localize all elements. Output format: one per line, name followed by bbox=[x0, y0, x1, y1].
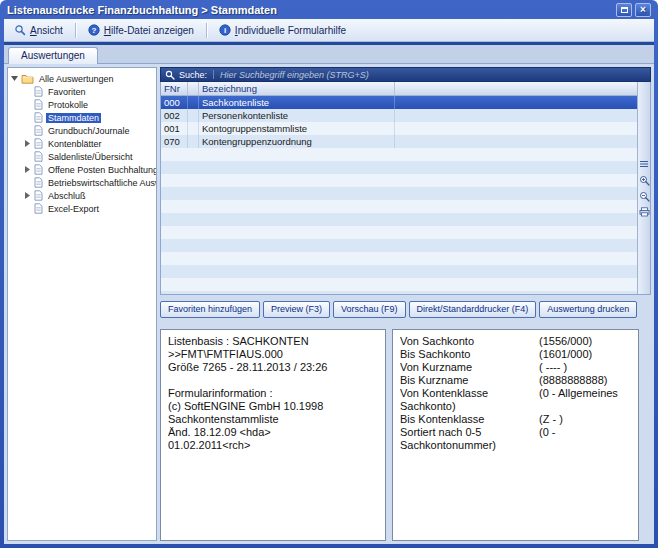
close-button[interactable]: × bbox=[635, 3, 651, 17]
tree-item-label: Stammdaten bbox=[46, 113, 101, 123]
tree-item-label: Grundbuch/Journale bbox=[46, 126, 132, 136]
tree-item-saldenliste-uebersicht[interactable]: Saldenliste/Übersicht bbox=[9, 150, 155, 163]
search-separator bbox=[213, 70, 214, 79]
direkt-standarddrucker-f4-button[interactable]: Direkt/Standarddrucker (F4) bbox=[409, 301, 537, 318]
table-row[interactable]: 002Personenkontenliste bbox=[161, 109, 637, 122]
window-body: Ansicht?Hilfe-Datei anzeigeniIndividuell… bbox=[4, 19, 654, 544]
column-header-fnr[interactable]: FNr bbox=[161, 82, 188, 95]
info-box: Listenbasis : SACHKONTEN>>FMT\FMTFIAUS.0… bbox=[160, 329, 386, 541]
main-panel: Suche: FNr Bezeichnung 000Sachkontenlist… bbox=[160, 67, 651, 541]
param-line: Von Sachkonto(1556/000) bbox=[400, 335, 631, 348]
tree-item-offene-posten-buchhaltung[interactable]: Offene Posten Buchhaltung bbox=[9, 163, 155, 176]
list-icon[interactable] bbox=[639, 159, 650, 170]
cell-empty bbox=[395, 109, 637, 122]
restore-button[interactable] bbox=[616, 3, 632, 17]
favoriten-hinzufuegen-button[interactable]: Favoriten hinzufügen bbox=[160, 301, 260, 318]
column-header-bezeichnung[interactable]: Bezeichnung bbox=[199, 82, 395, 95]
title-bar[interactable]: Listenausdrucke Finanzbuchhaltung > Stam… bbox=[4, 0, 654, 19]
table-row[interactable]: 000Sachkontenliste bbox=[161, 96, 637, 109]
collapse-icon[interactable] bbox=[11, 76, 18, 81]
tree-item-label: Abschluß bbox=[46, 191, 88, 201]
tab-auswertungen[interactable]: Auswertungen bbox=[8, 47, 98, 64]
tree-item-label: Offene Posten Buchhaltung bbox=[46, 165, 157, 175]
cell-bezeichnung: Personenkontenliste bbox=[199, 109, 395, 122]
param-value: (0 - bbox=[539, 426, 631, 439]
tree: Alle AuswertungenFavoritenProtokolleStam… bbox=[7, 67, 157, 541]
toolbar-separator bbox=[206, 23, 207, 38]
page-icon bbox=[34, 99, 43, 110]
zoom-in-icon[interactable] bbox=[639, 175, 650, 186]
tree-item-label: Betriebswirtschaftliche Auswertungen bbox=[46, 178, 157, 188]
param-label: Sortiert nach 0-5 bbox=[400, 426, 539, 439]
cell-fnr: 000 bbox=[161, 96, 188, 109]
icon-strip bbox=[637, 82, 650, 294]
cell-bezeichnung: Sachkontenliste bbox=[199, 96, 395, 109]
tree-item-excel-export[interactable]: Excel-Export bbox=[9, 202, 155, 215]
param-line: Bis Kontenklasse(Z - ) bbox=[400, 413, 631, 426]
cell-fnr: 002 bbox=[161, 109, 188, 122]
cell-empty bbox=[395, 135, 637, 148]
column-header-flag[interactable] bbox=[188, 82, 199, 95]
preview-f3-button[interactable]: Preview (F3) bbox=[263, 301, 330, 318]
expand-icon[interactable] bbox=[24, 192, 31, 199]
toolbar-button-label: Hilfe-Datei anzeigen bbox=[104, 25, 194, 36]
param-value: (8888888888) bbox=[539, 374, 631, 387]
auswertung-drucken-button[interactable]: Auswertung drucken bbox=[539, 301, 637, 318]
tree-item-protokolle[interactable]: Protokolle bbox=[9, 98, 155, 111]
param-value: (1556/000) bbox=[539, 335, 631, 348]
param-value: (0 - Allgemeines bbox=[539, 387, 631, 400]
page-icon bbox=[34, 164, 43, 175]
zoom-out-icon[interactable] bbox=[639, 191, 650, 202]
vorschau-f9-button[interactable]: Vorschau (F9) bbox=[333, 301, 406, 318]
cell-empty bbox=[395, 122, 637, 135]
info-line: Formularinformation : bbox=[168, 387, 378, 400]
table-header: FNr Bezeichnung bbox=[161, 82, 637, 96]
table-row[interactable]: 001Kontogruppenstammliste bbox=[161, 122, 637, 135]
toolbar-button-label: Individuelle Formularhilfe bbox=[235, 25, 346, 36]
param-label: Bis Sachkonto bbox=[400, 348, 539, 361]
expand-icon[interactable] bbox=[24, 166, 31, 173]
info-line: Größe 7265 - 28.11.2013 / 23:26 bbox=[168, 361, 378, 374]
param-line: Sortiert nach 0-5(0 - bbox=[400, 426, 631, 439]
view-icon bbox=[14, 24, 26, 36]
cell-fnr: 070 bbox=[161, 135, 188, 148]
tree-item-abschluss[interactable]: Abschluß bbox=[9, 189, 155, 202]
tree-item-grundbuch-journale[interactable]: Grundbuch/Journale bbox=[9, 124, 155, 137]
toolbar-button-individuelle-formularhilfe[interactable]: iIndividuelle Formularhilfe bbox=[212, 21, 353, 39]
tab-label: Auswertungen bbox=[21, 50, 85, 61]
page-icon bbox=[34, 86, 43, 97]
toolbar-button-hilfe-datei-anzeigen[interactable]: ?Hilfe-Datei anzeigen bbox=[81, 21, 201, 39]
tree-item-favoriten[interactable]: Favoriten bbox=[9, 85, 155, 98]
tree-item-stammdaten[interactable]: Stammdaten bbox=[9, 111, 155, 124]
table-row[interactable]: 070Kontengruppenzuordnung bbox=[161, 135, 637, 148]
search-bar: Suche: bbox=[160, 67, 651, 82]
tree-item-kontenblaetter[interactable]: Kontenblätter bbox=[9, 137, 155, 150]
tree-item-betriebswirtschaftliche-auswertungen[interactable]: Betriebswirtschaftliche Auswertungen bbox=[9, 176, 155, 189]
form-help-icon: i bbox=[219, 24, 231, 36]
param-line: Sachkonto) bbox=[400, 400, 631, 413]
expand-icon[interactable] bbox=[24, 140, 31, 147]
toolbar-button-ansicht[interactable]: Ansicht bbox=[7, 21, 70, 39]
info-line: Listenbasis : SACHKONTEN bbox=[168, 335, 378, 348]
page-icon bbox=[34, 125, 43, 136]
search-input[interactable] bbox=[220, 70, 646, 80]
info-line: Sachkontenstammliste bbox=[168, 413, 378, 426]
tree-item-label: Favoriten bbox=[46, 87, 88, 97]
tree-root-alle-auswertungen[interactable]: Alle Auswertungen bbox=[9, 72, 155, 85]
restore-icon bbox=[621, 7, 628, 13]
tree-root-label: Alle Auswertungen bbox=[37, 74, 116, 84]
param-line: Sachkontonummer) bbox=[400, 439, 631, 452]
svg-text:i: i bbox=[224, 26, 226, 35]
page-icon bbox=[34, 151, 43, 162]
param-label: Bis Kontenklasse bbox=[400, 413, 539, 426]
param-label: Von Sachkonto bbox=[400, 335, 539, 348]
param-box: Von Sachkonto(1556/000)Bis Sachkonto(160… bbox=[392, 329, 639, 541]
help-icon: ? bbox=[88, 24, 100, 36]
param-line: Bis Sachkonto(1601/000) bbox=[400, 348, 631, 361]
param-label: Sachkonto) bbox=[400, 400, 539, 413]
toolbar-separator bbox=[75, 23, 76, 38]
param-label: Sachkontonummer) bbox=[400, 439, 539, 452]
cell-flag bbox=[188, 109, 199, 122]
print-icon[interactable] bbox=[639, 207, 650, 218]
page-icon bbox=[34, 203, 43, 214]
